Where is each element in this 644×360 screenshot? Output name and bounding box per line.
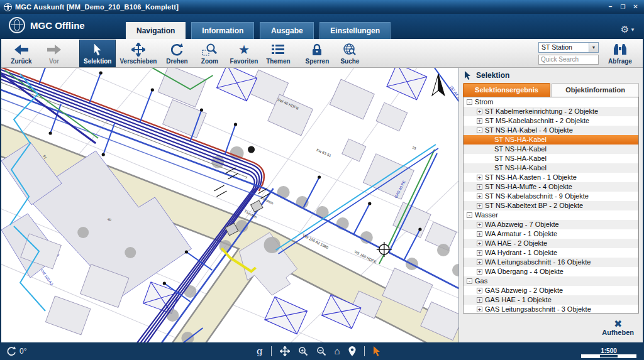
tree-item[interactable]: +ST NS-Kabeltext BP - 2 Objekte (464, 201, 638, 210)
favorites-button[interactable]: ★ Favoriten (226, 40, 262, 67)
tree-item-label: ST NS-HA-Kabel (494, 135, 547, 145)
expander-icon[interactable]: + (477, 297, 482, 303)
selection-tool-button[interactable]: Selektion (79, 40, 116, 67)
list-icon (272, 42, 284, 57)
expander-icon[interactable]: + (477, 231, 482, 237)
tree-item-label: ST NS-Kabelabschnitt - 9 Objekte (485, 192, 589, 201)
back-button[interactable]: Zurück (5, 40, 38, 67)
tree-item[interactable]: -ST NS-HA-Kabel - 4 Objekte (464, 126, 638, 135)
tree-item-label: GAS Abzweig - 2 Objekte (485, 286, 563, 295)
expander-icon[interactable]: + (477, 118, 482, 124)
zoom-tool-button[interactable]: Zoom (193, 40, 226, 67)
expander-icon[interactable]: + (477, 184, 482, 190)
lock-button[interactable]: Sperren (301, 40, 333, 67)
expander-icon[interactable]: + (477, 288, 482, 293)
star-icon: ★ (238, 42, 250, 57)
tree-item-label: WA Leitungsabschnitt - 16 Objekte (485, 258, 591, 267)
expander-icon[interactable]: - (477, 128, 482, 133)
clear-selection-button[interactable]: ✖ Aufheben (602, 319, 634, 336)
tab-selektionsergebnis[interactable]: Selektionsergebnis (463, 83, 550, 97)
tree-item[interactable]: +WA Armatur - 1 Objekte (464, 229, 638, 239)
g-icon[interactable]: g (257, 347, 263, 356)
tree-item[interactable]: +ST Kabelmerkeinrichtung - 2 Objekte (464, 107, 638, 116)
application-window: MGC Auskunft [MM_Demo_210_B106_Komplett]… (0, 0, 644, 360)
zoom-icon (202, 42, 217, 57)
search-type-value: ST Station (541, 43, 572, 51)
expander-icon[interactable]: + (477, 203, 482, 209)
zoom-in-icon[interactable] (298, 346, 308, 356)
expander-icon[interactable]: + (477, 259, 482, 265)
app-logo-text: MGC Offline (30, 20, 85, 31)
minimize-icon[interactable] (606, 3, 615, 11)
home-icon[interactable]: ⌂ (335, 347, 340, 356)
chevron-down-icon[interactable]: ▼ (589, 43, 598, 52)
rotation-reset-icon[interactable] (6, 346, 16, 356)
toolbar: Zurück Vor Selektion Verschieben Drehen (1, 39, 643, 68)
scale-indicator: 1:500 (581, 347, 636, 358)
expander-icon[interactable]: + (477, 307, 482, 312)
expander-icon[interactable]: + (477, 109, 482, 114)
tree-item[interactable]: +ST NS-HA-Muffe - 4 Objekte (464, 182, 638, 192)
expander-icon[interactable]: + (477, 241, 482, 246)
tree-item[interactable]: +WA HAE - 2 Objekte (464, 239, 638, 248)
tree-item[interactable]: +ST NS-Kabelabschnitt - 9 Objekte (464, 192, 638, 201)
active-tool-cursor-icon (373, 346, 381, 356)
tree-item[interactable]: +ST NS-HA-Kasten - 1 Objekte (464, 173, 638, 182)
svg-text:VG 160 HDPE: VG 160 HDPE (353, 250, 377, 265)
expander-icon[interactable]: - (467, 99, 472, 105)
expander-icon[interactable]: + (477, 222, 482, 227)
tree-item[interactable]: +WA Hydrant - 1 Objekte (464, 248, 638, 258)
tree-item[interactable]: +WA Leitungsabschnitt - 16 Objekte (464, 258, 638, 267)
tree-item[interactable]: +ST MS-Kabelabschnitt - 2 Objekte (464, 116, 638, 126)
map-canvas[interactable]: VW 150 A2 1980 VG 160 HDPE GAS 40 PE Flu… (1, 68, 459, 342)
tree-item[interactable]: -Strom (464, 97, 638, 107)
tab-ausgabe[interactable]: Ausgabe (260, 22, 314, 39)
tree-item-label: ST NS-HA-Kabel (494, 154, 547, 163)
tree-item[interactable]: ST NS-HA-Kabel (464, 163, 638, 173)
location-pin-icon[interactable] (348, 346, 356, 356)
tab-einstellungen[interactable]: Einstellungen (319, 22, 391, 39)
expander-icon[interactable]: - (467, 212, 472, 218)
expander-icon[interactable]: + (477, 250, 482, 256)
tree-item[interactable]: +GAS Leitungsabschnitt - 3 Objekte (464, 305, 638, 314)
tab-objektinformation[interactable]: Objektinformation (552, 83, 639, 97)
tab-navigation[interactable]: Navigation (126, 22, 186, 39)
themes-button[interactable]: Themen (262, 40, 294, 67)
tree-item-label: ST NS-HA-Kabel (494, 145, 547, 154)
move-arrows-icon (131, 42, 145, 57)
tab-information[interactable]: Information (191, 22, 254, 39)
tree-item[interactable]: ST NS-HA-Kabel (464, 154, 638, 163)
forward-arrow-icon (47, 42, 62, 57)
rotate-tool-button[interactable]: Drehen (160, 40, 193, 67)
pan-tool-button[interactable]: Verschieben (116, 40, 160, 67)
expander-icon[interactable]: + (477, 269, 482, 275)
zoom-out-icon[interactable] (316, 346, 326, 356)
tree-item-label: GAS HAE - 1 Objekte (485, 295, 552, 305)
quick-search-input[interactable] (538, 55, 599, 65)
expander-icon[interactable]: + (477, 175, 482, 180)
titlebar: MGC Auskunft [MM_Demo_210_B106_Komplett] (0, 0, 644, 14)
settings-menu-button[interactable]: ⚙▼ (621, 24, 635, 35)
tree-item[interactable]: +GAS HAE - 1 Objekte (464, 295, 638, 305)
tree-item-label: ST MS-Kabelabschnitt - 2 Objekte (485, 116, 589, 126)
expander-icon[interactable]: - (467, 278, 472, 284)
maximize-icon[interactable] (618, 3, 628, 11)
search-type-combobox[interactable]: ST Station ▼ (538, 42, 599, 53)
tree-item[interactable]: -Wasser (464, 210, 638, 220)
tree-item[interactable]: +WA Übergang - 4 Objekte (464, 267, 638, 276)
cursor-icon (464, 71, 472, 80)
tree-item[interactable]: +WA Abzweig - 7 Objekte (464, 220, 638, 229)
forward-button[interactable]: Vor (38, 40, 70, 67)
tree-item[interactable]: ST NS-HA-Kabel (464, 145, 638, 154)
query-button[interactable]: Abfrage (604, 40, 636, 67)
search-button[interactable]: Suche (333, 40, 366, 67)
tree-item[interactable]: +GAS Abzweig - 2 Objekte (464, 286, 638, 295)
pan-icon[interactable] (280, 346, 290, 356)
globe-icon (9, 17, 25, 33)
back-arrow-icon (14, 42, 29, 57)
close-icon[interactable] (631, 3, 640, 11)
expander-icon[interactable]: + (477, 194, 482, 199)
tree-item-selected[interactable]: ST NS-HA-Kabel (464, 135, 638, 145)
tree-item-label: Gas (475, 276, 487, 286)
tree-item[interactable]: -Gas (464, 276, 638, 286)
